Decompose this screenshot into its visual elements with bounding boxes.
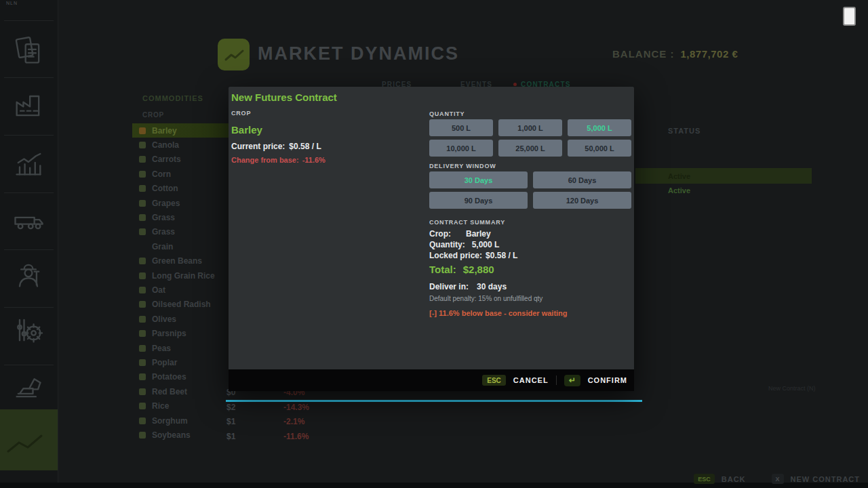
farmer-character-icon[interactable] <box>11 257 46 292</box>
crop-icon <box>139 330 146 337</box>
quantity-option-5000-selected[interactable]: 5,000 L <box>568 119 631 136</box>
construction-excavator-icon[interactable] <box>11 369 46 404</box>
commodity-row-barley[interactable]: Barley <box>132 123 234 138</box>
crop-icon <box>139 171 146 178</box>
price-chart-line <box>226 400 642 402</box>
change-label: Change from base: <box>231 156 299 164</box>
summary-locked-price-value: $0.58 / L <box>486 251 517 260</box>
production-factory-icon[interactable] <box>11 87 46 123</box>
quantity-option-25000[interactable]: 25,000 L <box>498 140 562 157</box>
change-from-base-row: Change from base:-11.6% <box>231 156 326 164</box>
crop-icon <box>139 418 146 424</box>
change-cell: -2.1% <box>283 417 304 426</box>
commodity-row[interactable]: Green Beans <box>132 254 234 268</box>
commodity-row[interactable]: Corn <box>132 167 234 181</box>
divider <box>4 249 54 250</box>
commodity-row[interactable]: Cotton <box>132 182 234 196</box>
statistics-chart-icon[interactable] <box>11 145 46 180</box>
contract-options-column: QUANTITY 500 L 1,000 L 5,000 L 10,000 L … <box>429 87 631 391</box>
commodity-row[interactable]: Long Grain Rice <box>132 268 234 283</box>
commodity-row[interactable]: Rice <box>132 399 234 413</box>
new-futures-contract-dialog: New Futures Contract CROP Barley Current… <box>229 87 634 391</box>
confirm-key-icon: ↵ <box>564 375 580 386</box>
summary-crop-value: Barley <box>466 229 491 239</box>
contracts-documents-icon[interactable] <box>11 33 46 68</box>
back-button[interactable]: BACK <box>722 475 746 483</box>
new-contract-button[interactable]: NEW CONTRACT <box>791 475 860 483</box>
deliver-in-value: 30 days <box>477 282 507 291</box>
commodity-row[interactable]: Poplar <box>132 355 234 369</box>
crop-icon <box>139 156 146 163</box>
commodity-row[interactable]: Peas <box>132 341 234 355</box>
commodity-row[interactable]: Sorghum <box>132 413 234 428</box>
commodity-row[interactable]: Parsnips <box>132 326 234 340</box>
crop-label: CROP <box>231 110 251 117</box>
quantity-options: 500 L 1,000 L 5,000 L 10,000 L 25,000 L … <box>429 119 631 157</box>
quantity-label: QUANTITY <box>429 110 465 117</box>
current-price-value: $0.58 / L <box>289 142 321 151</box>
notification-dot <box>513 83 517 86</box>
summary-quantity-label: Quantity: <box>429 240 465 249</box>
quantity-option-50000[interactable]: 50,000 L <box>568 140 631 157</box>
delivery-option-30-selected[interactable]: 30 Days <box>429 171 528 188</box>
price-cell: $1 <box>226 417 235 426</box>
crop-icon <box>139 316 146 323</box>
map-icon[interactable] <box>0 409 58 470</box>
cancel-button[interactable]: CANCEL <box>513 376 549 384</box>
quantity-option-500[interactable]: 500 L <box>429 119 493 136</box>
crop-icon <box>139 200 146 207</box>
esc-key-badge: ESC <box>694 474 715 484</box>
total-value: $2,880 <box>463 264 494 275</box>
commodity-row[interactable]: Canola <box>132 138 234 152</box>
crop-icon <box>139 127 146 134</box>
balance-label: BALANCE : <box>612 48 675 60</box>
crop-icon <box>139 228 146 235</box>
dialog-footer: ESC CANCEL ↵ CONFIRM <box>229 369 634 391</box>
crop-icon <box>139 373 146 380</box>
divider <box>556 375 557 385</box>
commodity-row[interactable]: Oilseed Radish <box>132 298 234 312</box>
commodity-row[interactable]: Olives <box>132 312 234 326</box>
commodity-row[interactable]: Grass <box>132 225 234 239</box>
contract-summary-label: CONTRACT SUMMARY <box>429 219 505 226</box>
delivery-option-90[interactable]: 90 Days <box>429 192 528 209</box>
divider <box>4 192 54 193</box>
balance-value: 1,877,702 € <box>681 48 738 60</box>
change-cell: -14.3% <box>283 403 309 412</box>
contract-row-highlighted[interactable]: Active <box>635 168 812 184</box>
crop-icon <box>139 301 146 308</box>
summary-locked-price-row: Locked price:$0.58 / L <box>429 251 517 260</box>
crop-icon <box>139 185 146 192</box>
commodity-row[interactable]: Soybeans <box>132 428 234 442</box>
commodity-row[interactable]: Oat <box>132 283 234 297</box>
below-base-warning: [-] 11.6% below base - consider waiting <box>429 309 568 317</box>
delivery-options: 30 Days 60 Days 90 Days 120 Days <box>429 171 631 209</box>
status-badge: Active <box>668 172 690 180</box>
delivery-window-label: DELIVERY WINDOW <box>429 163 496 169</box>
status-badge: Active <box>668 186 690 195</box>
commodity-row[interactable]: Potatoes <box>132 370 234 384</box>
crop-icon <box>139 142 146 148</box>
quantity-option-10000[interactable]: 10,000 L <box>429 140 493 157</box>
settings-tools-icon[interactable] <box>11 312 46 348</box>
summary-quantity-row: Quantity:5,000 L <box>429 240 499 249</box>
commodity-row[interactable]: Grass <box>132 210 234 224</box>
crop-icon <box>139 388 146 395</box>
commodity-row[interactable]: Grapes <box>132 196 234 210</box>
delivery-option-120[interactable]: 120 Days <box>533 192 631 209</box>
delivery-option-60[interactable]: 60 Days <box>533 171 631 188</box>
change-cell: -11.6% <box>283 432 309 441</box>
deliver-in-row: Deliver in:30 days <box>429 282 507 291</box>
current-price-row: Current price:$0.58 / L <box>231 142 321 151</box>
confirm-button[interactable]: CONFIRM <box>588 376 627 384</box>
divider <box>4 307 54 308</box>
commodity-row[interactable]: Grain <box>132 239 234 253</box>
commodity-row[interactable]: Carrots <box>132 152 234 167</box>
crop-column-header: CROP <box>142 111 164 119</box>
summary-crop-row: Crop:Barley <box>429 229 491 239</box>
selected-crop-name: Barley <box>231 124 262 136</box>
quantity-option-1000[interactable]: 1,000 L <box>498 119 562 136</box>
default-penalty-text: Default penalty: 15% on unfulfilled qty <box>429 295 542 302</box>
vehicles-truck-icon[interactable] <box>11 201 46 236</box>
commodity-row[interactable]: Red Beet <box>132 384 234 399</box>
